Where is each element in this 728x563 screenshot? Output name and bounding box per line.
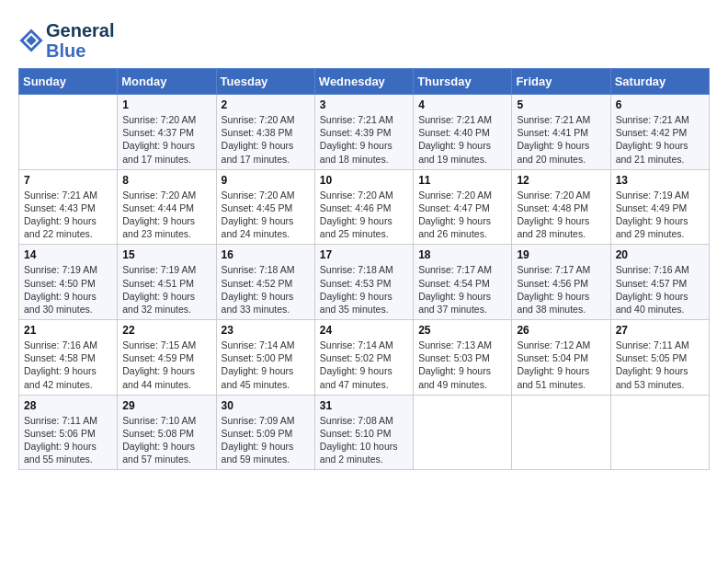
calendar-cell: 3Sunrise: 7:21 AM Sunset: 4:39 PM Daylig… [314,95,413,170]
day-number: 27 [616,324,704,337]
calendar-cell: 8Sunrise: 7:20 AM Sunset: 4:44 PM Daylig… [118,169,216,245]
weekday-row: SundayMondayTuesdayWednesdayThursdayFrid… [19,69,710,95]
calendar: SundayMondayTuesdayWednesdayThursdayFrid… [18,68,710,470]
day-info: Sunrise: 7:16 AM Sunset: 4:57 PM Dayligh… [616,263,704,316]
day-info: Sunrise: 7:16 AM Sunset: 4:58 PM Dayligh… [24,339,112,391]
calendar-cell: 31Sunrise: 7:08 AM Sunset: 5:10 PM Dayli… [314,395,413,470]
calendar-week-row: 28Sunrise: 7:11 AM Sunset: 5:06 PM Dayli… [19,395,710,470]
day-info: Sunrise: 7:20 AM Sunset: 4:47 PM Dayligh… [418,189,506,241]
day-number: 12 [517,174,605,187]
day-number: 24 [320,324,408,337]
logo-text: General Blue [46,20,114,61]
day-info: Sunrise: 7:18 AM Sunset: 4:53 PM Dayligh… [320,263,408,316]
day-info: Sunrise: 7:21 AM Sunset: 4:43 PM Dayligh… [24,189,112,241]
calendar-cell: 24Sunrise: 7:14 AM Sunset: 5:02 PM Dayli… [314,320,413,396]
day-info: Sunrise: 7:17 AM Sunset: 4:54 PM Dayligh… [418,263,506,316]
weekday-header: Tuesday [216,69,314,95]
calendar-cell: 4Sunrise: 7:21 AM Sunset: 4:40 PM Daylig… [414,95,512,170]
calendar-cell [512,395,610,470]
calendar-cell: 5Sunrise: 7:21 AM Sunset: 4:41 PM Daylig… [512,95,610,170]
calendar-cell: 30Sunrise: 7:09 AM Sunset: 5:09 PM Dayli… [216,395,314,470]
day-info: Sunrise: 7:20 AM Sunset: 4:48 PM Dayligh… [517,189,605,241]
day-number: 18 [418,248,506,261]
day-number: 20 [616,248,704,261]
day-info: Sunrise: 7:14 AM Sunset: 5:00 PM Dayligh… [222,339,310,391]
day-number: 9 [222,174,310,187]
calendar-cell: 21Sunrise: 7:16 AM Sunset: 4:58 PM Dayli… [19,320,118,396]
day-info: Sunrise: 7:20 AM Sunset: 4:38 PM Dayligh… [222,113,310,166]
day-number: 10 [320,174,408,187]
weekday-header: Sunday [19,69,118,95]
calendar-cell: 13Sunrise: 7:19 AM Sunset: 4:49 PM Dayli… [610,169,709,245]
day-number: 6 [616,98,704,111]
day-info: Sunrise: 7:20 AM Sunset: 4:45 PM Dayligh… [222,189,310,241]
calendar-cell: 22Sunrise: 7:15 AM Sunset: 4:59 PM Dayli… [118,320,216,396]
calendar-cell: 7Sunrise: 7:21 AM Sunset: 4:43 PM Daylig… [19,169,118,245]
day-number: 31 [320,399,408,412]
calendar-week-row: 14Sunrise: 7:19 AM Sunset: 4:50 PM Dayli… [19,245,710,320]
day-info: Sunrise: 7:20 AM Sunset: 4:37 PM Dayligh… [122,113,210,166]
day-info: Sunrise: 7:21 AM Sunset: 4:39 PM Dayligh… [320,113,408,166]
calendar-cell: 17Sunrise: 7:18 AM Sunset: 4:53 PM Dayli… [314,245,413,320]
day-number: 23 [222,324,310,337]
day-number: 4 [418,98,506,111]
day-info: Sunrise: 7:11 AM Sunset: 5:05 PM Dayligh… [616,339,704,391]
calendar-week-row: 7Sunrise: 7:21 AM Sunset: 4:43 PM Daylig… [19,169,710,245]
calendar-cell: 27Sunrise: 7:11 AM Sunset: 5:05 PM Dayli… [610,320,709,396]
calendar-cell: 25Sunrise: 7:13 AM Sunset: 5:03 PM Dayli… [414,320,512,396]
day-number: 15 [122,248,210,261]
day-info: Sunrise: 7:21 AM Sunset: 4:42 PM Dayligh… [616,113,704,166]
calendar-cell: 1Sunrise: 7:20 AM Sunset: 4:37 PM Daylig… [118,95,216,170]
calendar-cell: 2Sunrise: 7:20 AM Sunset: 4:38 PM Daylig… [216,95,314,170]
day-info: Sunrise: 7:09 AM Sunset: 5:09 PM Dayligh… [222,414,310,466]
calendar-cell: 6Sunrise: 7:21 AM Sunset: 4:42 PM Daylig… [610,95,709,170]
day-number: 29 [122,399,210,412]
day-info: Sunrise: 7:18 AM Sunset: 4:52 PM Dayligh… [222,263,310,316]
day-info: Sunrise: 7:21 AM Sunset: 4:40 PM Dayligh… [418,113,506,166]
calendar-cell: 14Sunrise: 7:19 AM Sunset: 4:50 PM Dayli… [19,245,118,320]
day-number: 26 [517,324,605,337]
day-number: 14 [24,248,112,261]
day-info: Sunrise: 7:21 AM Sunset: 4:41 PM Dayligh… [517,113,605,166]
day-info: Sunrise: 7:19 AM Sunset: 4:50 PM Dayligh… [24,263,112,316]
day-info: Sunrise: 7:15 AM Sunset: 4:59 PM Dayligh… [122,339,210,391]
day-info: Sunrise: 7:10 AM Sunset: 5:08 PM Dayligh… [122,414,210,466]
day-number: 8 [122,174,210,187]
calendar-cell: 11Sunrise: 7:20 AM Sunset: 4:47 PM Dayli… [414,169,512,245]
page: General Blue SundayMondayTuesdayWednesda… [0,0,728,479]
header: General Blue [18,17,710,61]
weekday-header: Friday [512,69,610,95]
day-number: 25 [418,324,506,337]
calendar-cell: 23Sunrise: 7:14 AM Sunset: 5:00 PM Dayli… [216,320,314,396]
calendar-week-row: 21Sunrise: 7:16 AM Sunset: 4:58 PM Dayli… [19,320,710,396]
day-info: Sunrise: 7:11 AM Sunset: 5:06 PM Dayligh… [24,414,112,466]
day-number: 16 [222,248,310,261]
calendar-body: 1Sunrise: 7:20 AM Sunset: 4:37 PM Daylig… [19,95,710,470]
calendar-cell: 15Sunrise: 7:19 AM Sunset: 4:51 PM Dayli… [118,245,216,320]
day-number: 2 [222,98,310,111]
weekday-header: Monday [118,69,216,95]
calendar-cell: 20Sunrise: 7:16 AM Sunset: 4:57 PM Dayli… [610,245,709,320]
calendar-cell: 16Sunrise: 7:18 AM Sunset: 4:52 PM Dayli… [216,245,314,320]
calendar-cell: 12Sunrise: 7:20 AM Sunset: 4:48 PM Dayli… [512,169,610,245]
weekday-header: Wednesday [314,69,413,95]
day-info: Sunrise: 7:17 AM Sunset: 4:56 PM Dayligh… [517,263,605,316]
day-info: Sunrise: 7:20 AM Sunset: 4:46 PM Dayligh… [320,189,408,241]
calendar-cell [414,395,512,470]
calendar-cell [610,395,709,470]
calendar-header: SundayMondayTuesdayWednesdayThursdayFrid… [19,69,710,95]
day-number: 22 [122,324,210,337]
day-number: 21 [24,324,112,337]
weekday-header: Saturday [610,69,709,95]
day-number: 3 [320,98,408,111]
calendar-cell: 29Sunrise: 7:10 AM Sunset: 5:08 PM Dayli… [118,395,216,470]
calendar-cell: 26Sunrise: 7:12 AM Sunset: 5:04 PM Dayli… [512,320,610,396]
day-number: 7 [24,174,112,187]
day-number: 5 [517,98,605,111]
weekday-header: Thursday [414,69,512,95]
day-info: Sunrise: 7:08 AM Sunset: 5:10 PM Dayligh… [320,414,408,466]
logo: General Blue [18,20,114,61]
calendar-week-row: 1Sunrise: 7:20 AM Sunset: 4:37 PM Daylig… [19,95,710,170]
logo-icon [18,28,44,53]
day-info: Sunrise: 7:19 AM Sunset: 4:49 PM Dayligh… [616,189,704,241]
